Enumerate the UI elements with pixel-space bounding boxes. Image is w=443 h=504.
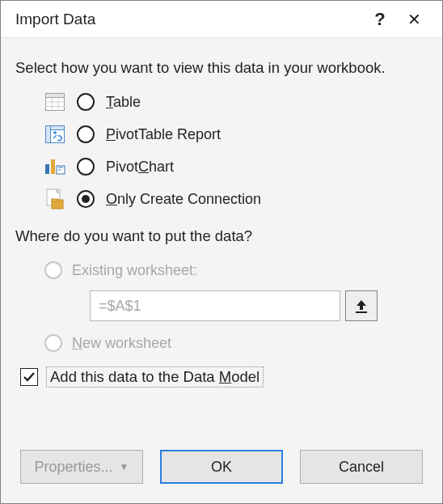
radio-pivotchart[interactable] bbox=[77, 158, 95, 176]
option-table-label: Table bbox=[106, 94, 141, 111]
radio-pivottable[interactable] bbox=[77, 125, 95, 143]
option-existing-worksheet: Existing worksheet: bbox=[44, 261, 428, 279]
location-options: Existing worksheet: =$A$1 New worksheet bbox=[44, 261, 428, 352]
data-model-checkbox[interactable] bbox=[20, 368, 38, 386]
location-section-label: Where do you want to put the data? bbox=[15, 227, 428, 245]
option-table[interactable]: Table bbox=[44, 91, 428, 112]
reference-row: =$A$1 bbox=[90, 290, 428, 321]
svg-rect-9 bbox=[45, 164, 49, 174]
reference-input[interactable]: =$A$1 bbox=[90, 290, 340, 321]
arrow-up-icon bbox=[354, 298, 369, 314]
data-model-label: Add this data to the Data Model bbox=[46, 366, 264, 388]
check-icon bbox=[22, 370, 36, 384]
option-pivottable-label: PivotTable Report bbox=[106, 126, 221, 143]
table-icon bbox=[44, 91, 65, 112]
view-section-label: Select how you want to view this data in… bbox=[15, 59, 428, 77]
svg-rect-14 bbox=[52, 199, 58, 201]
pivotchart-icon bbox=[44, 156, 65, 177]
svg-rect-10 bbox=[51, 159, 55, 174]
properties-button: Properties...▼ bbox=[20, 450, 143, 484]
data-model-row[interactable]: Add this data to the Data Model bbox=[20, 366, 428, 388]
svg-rect-1 bbox=[46, 94, 65, 98]
svg-rect-8 bbox=[46, 126, 51, 143]
option-pivotchart[interactable]: PivotChart bbox=[44, 156, 428, 177]
dialog-title: Import Data bbox=[15, 11, 363, 28]
caret-down-icon: ▼ bbox=[120, 461, 129, 472]
button-row: Properties...▼ OK Cancel bbox=[20, 450, 423, 484]
existing-worksheet-label: Existing worksheet: bbox=[72, 262, 197, 279]
option-pivottable[interactable]: PivotTable Report bbox=[44, 124, 428, 145]
help-button[interactable]: ? bbox=[363, 9, 397, 30]
option-only-connection[interactable]: Only Create Connection bbox=[44, 188, 428, 210]
view-options: Table PivotTable Report bbox=[44, 91, 428, 210]
dialog-body: Select how you want to view this data in… bbox=[1, 38, 442, 503]
option-only-connection-label: Only Create Connection bbox=[106, 191, 261, 208]
ok-button[interactable]: OK bbox=[160, 450, 283, 484]
titlebar: Import Data ? ✕ bbox=[1, 1, 442, 38]
radio-new-worksheet bbox=[44, 334, 62, 352]
close-button[interactable]: ✕ bbox=[397, 10, 431, 29]
option-pivotchart-label: PivotChart bbox=[106, 159, 174, 176]
new-worksheet-label: New worksheet bbox=[72, 335, 171, 352]
import-data-dialog: Import Data ? ✕ Select how you want to v… bbox=[0, 0, 443, 504]
option-new-worksheet: New worksheet bbox=[44, 334, 428, 352]
radio-existing-worksheet bbox=[44, 261, 62, 279]
cancel-button[interactable]: Cancel bbox=[300, 450, 423, 484]
collapse-dialog-button[interactable] bbox=[345, 290, 378, 321]
radio-table[interactable] bbox=[77, 93, 95, 111]
connection-icon bbox=[44, 188, 65, 210]
radio-only-connection[interactable] bbox=[77, 190, 95, 208]
pivottable-icon bbox=[44, 124, 65, 145]
